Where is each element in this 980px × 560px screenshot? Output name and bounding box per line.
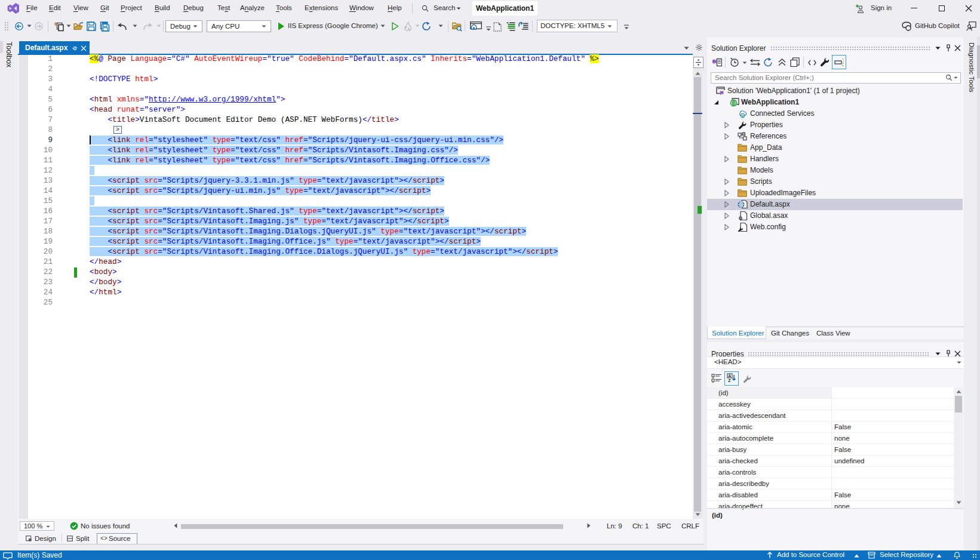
svg-text:A: A	[728, 374, 731, 378]
svg-text:Z: Z	[728, 379, 731, 383]
